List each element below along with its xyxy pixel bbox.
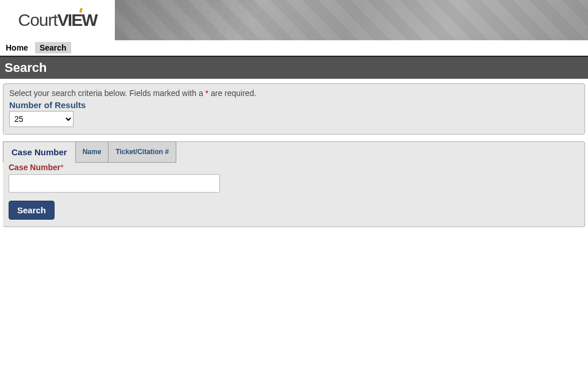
nav-search[interactable]: Search [35, 42, 71, 53]
nav-home[interactable]: Home [1, 42, 33, 53]
tab-row: Case Number Name Ticket/Citation # [3, 141, 176, 163]
case-number-label: Case Number* [9, 163, 579, 172]
instructions: Select your search criteria below. Field… [9, 89, 579, 98]
results-select[interactable]: 25 [9, 111, 74, 127]
results-label: Number of Results [9, 100, 579, 110]
banner-image [115, 0, 588, 40]
case-number-input[interactable] [9, 174, 220, 193]
page-title: Search [5, 60, 583, 75]
logo-text: CourtVIEW [18, 10, 96, 30]
content: Select your search criteria below. Field… [0, 79, 588, 227]
logo[interactable]: CourtVIEW [0, 0, 115, 40]
search-panel: Case Number Name Ticket/Citation # Case … [3, 141, 585, 227]
tab-ticket-citation[interactable]: Ticket/Citation # [109, 141, 176, 163]
criteria-panel: Select your search criteria below. Field… [3, 83, 585, 135]
nav-bar: Home Search [0, 40, 588, 56]
page-title-bar: Search [0, 56, 588, 79]
header-banner: CourtVIEW [0, 0, 588, 40]
tab-name[interactable]: Name [76, 141, 109, 163]
search-button[interactable]: Search [9, 201, 55, 220]
tab-case-number[interactable]: Case Number [3, 141, 76, 163]
